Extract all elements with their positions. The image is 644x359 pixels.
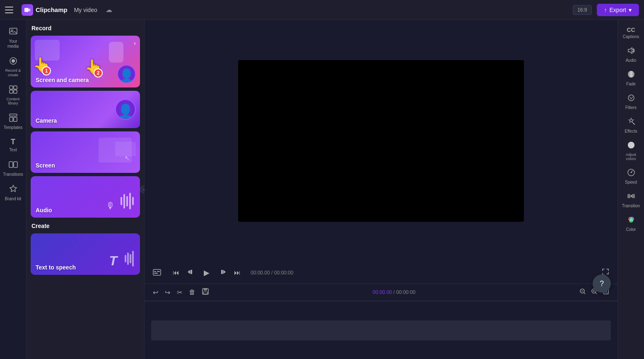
timeline-time-display: 00:00.00 / 00:00:00 <box>373 289 415 295</box>
sidebar-item-captions[interactable]: CC Captions <box>620 23 643 42</box>
sidebar-item-text[interactable]: T Text <box>2 134 25 156</box>
sidebar-item-transition[interactable]: Transition <box>620 189 643 211</box>
player-controls: ⏮ ▶ ⏭ 00:00.00 / 00:00:00 <box>145 262 617 284</box>
timeline-toolbar: ↩ ↪ ✂ 🗑 00:00.00 / 00:00:00 <box>145 284 617 301</box>
tts-wave-1 <box>125 255 126 262</box>
sidebar-item-audio[interactable]: Audio <box>620 43 643 66</box>
sidebar-item-label-text: Text <box>9 148 17 153</box>
logo-text: Clipchamp <box>36 6 68 13</box>
topbar: Clipchamp My video ☁ 16:9 ↑ Export ▾ <box>0 0 644 20</box>
sidebar-item-adjust-colors[interactable]: Adjust colors <box>620 138 643 164</box>
sidebar-item-label-content-library: Content library <box>4 97 22 106</box>
color-label: Color <box>626 227 636 232</box>
delete-button[interactable]: 🗑 <box>187 287 197 298</box>
sidebar-item-filters[interactable]: Filters <box>620 90 643 113</box>
sidebar-item-effects[interactable]: Effects <box>620 114 643 137</box>
export-button[interactable]: ↑ Export ▾ <box>597 4 639 16</box>
cloud-save-icon: ☁ <box>106 6 112 14</box>
save-button[interactable] <box>200 286 210 298</box>
svg-point-34 <box>628 71 634 78</box>
left-sidebar: Your media Record & create Content lib <box>0 20 27 359</box>
audio-waveform-deco <box>121 193 134 209</box>
undo-button[interactable]: ↩ <box>151 287 160 298</box>
captions-label: Captions <box>623 34 639 39</box>
logo-icon <box>22 4 33 16</box>
sidebar-item-fade[interactable]: Fade <box>620 67 643 90</box>
sidebar-item-label-your-media: Your media <box>4 39 22 49</box>
svg-rect-38 <box>627 194 630 198</box>
card-screen-and-camera-label: Screen and camera <box>36 77 89 83</box>
sidebar-item-transitions[interactable]: Transitions <box>2 157 25 180</box>
svg-rect-17 <box>157 271 160 272</box>
card-deco-face: 👤 <box>117 65 136 83</box>
svg-rect-14 <box>14 162 17 167</box>
speed-icon <box>627 168 635 179</box>
cut-button[interactable]: ✂ <box>175 287 184 298</box>
card-text-to-speech[interactable]: T Text to speech <box>31 233 140 275</box>
video-preview <box>238 60 524 222</box>
help-button[interactable]: ? <box>593 274 611 293</box>
transition-icon <box>627 192 635 202</box>
sidebar-item-your-media[interactable]: Your media <box>2 23 25 52</box>
svg-rect-18 <box>154 273 158 274</box>
svg-rect-8 <box>10 90 13 93</box>
wave-bar-1 <box>121 197 122 205</box>
main-layout: Your media Record & create Content lib <box>0 20 644 359</box>
card-tts-label: Text to speech <box>36 264 76 271</box>
audio-label: Audio <box>626 58 637 63</box>
transitions-icon <box>9 160 18 171</box>
wave-bar-5 <box>132 197 134 205</box>
svg-line-36 <box>633 123 634 124</box>
app-logo[interactable]: Clipchamp <box>22 4 68 16</box>
svg-line-28 <box>584 293 585 294</box>
card-deco-screen <box>35 40 60 61</box>
sidebar-item-brand-kit[interactable]: Brand kit <box>2 181 25 205</box>
svg-point-42 <box>629 218 633 223</box>
sidebar-item-color[interactable]: Color <box>620 212 643 235</box>
skip-forward-button[interactable]: ⏭ <box>232 267 242 278</box>
frame-back-button[interactable] <box>185 267 195 279</box>
record-section-title: Record <box>31 25 140 32</box>
svg-point-3 <box>11 29 13 31</box>
frame-forward-button[interactable] <box>218 267 228 279</box>
menu-button[interactable] <box>5 4 17 16</box>
zoom-out-button[interactable] <box>578 286 588 298</box>
content-library-icon <box>9 85 18 96</box>
cursor-2-pointer-icon: 👆 <box>84 58 103 75</box>
screen-deco2 <box>115 142 136 156</box>
card-camera-label: Camera <box>36 117 57 124</box>
svg-rect-20 <box>191 270 192 274</box>
wave-bar-2 <box>123 194 125 209</box>
svg-point-35 <box>628 95 634 101</box>
card-audio-label: Audio <box>36 207 52 213</box>
card-screen-and-camera[interactable]: 👤 › Screen and camera 👆 1 👆 2 <box>31 36 140 87</box>
camera-face-deco: 👤 <box>115 99 136 120</box>
svg-rect-12 <box>14 117 17 121</box>
redo-button[interactable]: ↪ <box>163 287 172 298</box>
timeline-track <box>151 320 611 340</box>
templates-icon <box>9 113 18 124</box>
svg-line-32 <box>596 293 597 294</box>
export-chevron-icon: ▾ <box>629 7 632 13</box>
card-screen[interactable]: ↖ Screen <box>31 131 140 173</box>
record-create-icon <box>9 56 18 67</box>
project-title[interactable]: My video <box>74 7 97 13</box>
play-button[interactable]: ▶ <box>199 265 214 280</box>
svg-rect-39 <box>632 194 635 198</box>
svg-rect-16 <box>154 271 156 272</box>
card-audio[interactable]: 🎙 Audio <box>31 176 140 218</box>
panel-collapse-button[interactable]: ‹ <box>140 185 145 194</box>
sidebar-item-record-create[interactable]: Record & create <box>2 53 25 81</box>
sidebar-item-speed[interactable]: Speed <box>620 165 643 188</box>
sidebar-item-label-templates: Templates <box>4 125 23 130</box>
filters-icon <box>627 94 635 104</box>
card-camera[interactable]: 👤 Camera <box>31 91 140 128</box>
svg-rect-0 <box>24 8 29 12</box>
captions-toggle-button[interactable] <box>151 267 163 279</box>
skip-back-button[interactable]: ⏮ <box>171 267 181 278</box>
sidebar-item-templates[interactable]: Templates <box>2 110 25 133</box>
svg-rect-2 <box>10 28 17 34</box>
aspect-ratio-badge[interactable]: 16:9 <box>573 5 591 15</box>
sidebar-item-content-library[interactable]: Content library <box>2 82 25 109</box>
create-section-title: Create <box>31 223 140 229</box>
